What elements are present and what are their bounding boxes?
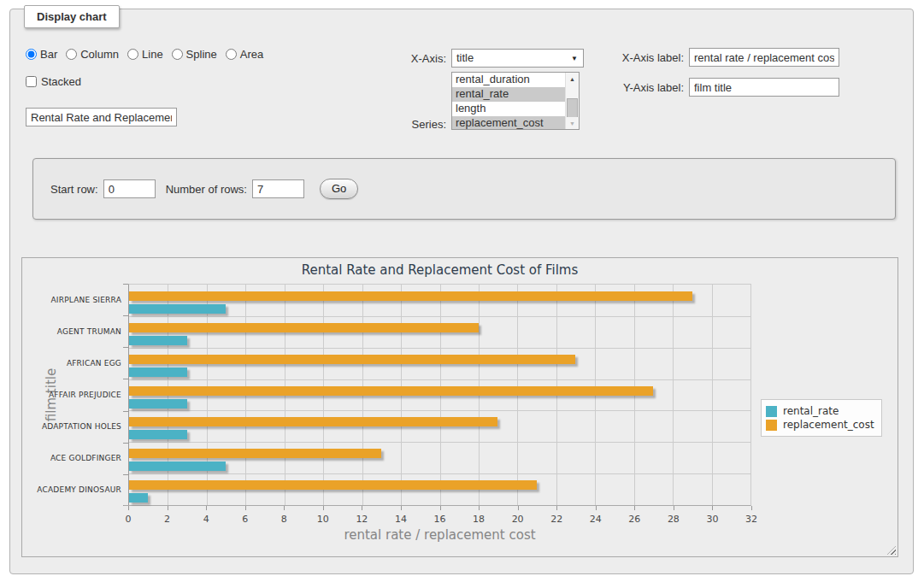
x-axis-tick-label: 6: [242, 514, 248, 525]
series-option-length[interactable]: length: [452, 102, 565, 116]
bar-rental_rate: [129, 336, 187, 345]
category-label: ACADEMY DINOSAUR: [22, 474, 121, 506]
x-axis-tick: [479, 506, 480, 510]
x-axis-tick: [674, 506, 674, 510]
category-label: AIRPLANE SIERRA: [22, 284, 121, 315]
x-axis-tick-label: 14: [395, 514, 407, 525]
category-label: AGENT TRUMAN: [22, 315, 121, 347]
page: Display chart BarColumnLineSplineArea St…: [0, 0, 924, 582]
category-band-1: [129, 285, 750, 316]
chart-type-option-line[interactable]: Line: [127, 48, 163, 61]
chart-type-radio-label: Column: [80, 48, 119, 61]
legend-swatch-icon: [766, 420, 777, 431]
series-option-replacement_cost[interactable]: replacement_cost: [452, 116, 565, 130]
chart-type-radio-label: Area: [240, 48, 263, 61]
scrollbar-thumb[interactable]: [567, 98, 578, 118]
x-axis-tick: [245, 506, 246, 510]
stacked-checkbox[interactable]: [26, 76, 37, 87]
x-axis-tick: [323, 506, 324, 510]
legend-entry-rental_rate: rental_rate: [766, 405, 874, 417]
x-axis-tick-label: 8: [281, 514, 287, 525]
x-axis-tick: [128, 506, 129, 510]
chart-type-option-area[interactable]: Area: [226, 48, 263, 61]
chart-title-input[interactable]: [26, 108, 177, 126]
legend-entry-replacement_cost: replacement_cost: [766, 419, 874, 431]
bar-replacement_cost: [129, 480, 537, 490]
x-axis-tick-label: 12: [356, 514, 368, 525]
x-axis-tick-label: 16: [434, 514, 446, 525]
category-band-3: [129, 348, 750, 379]
chart-x-axis-title: rental rate / replacement cost: [128, 527, 751, 543]
number-of-rows-label: Number of rows:: [166, 183, 247, 196]
chart-type-radio-label: Spline: [186, 48, 217, 61]
legend-label: rental_rate: [783, 405, 839, 417]
x-axis-tick-label: 18: [473, 514, 485, 525]
bar-rental_rate: [129, 304, 226, 314]
x-axis-tick: [751, 506, 752, 510]
start-row-label: Start row:: [50, 183, 98, 196]
legend-swatch-icon: [766, 406, 777, 417]
category-label: ACE GOLDFINGER: [22, 443, 121, 474]
legend-label: replacement_cost: [783, 419, 874, 431]
category-band-7: [129, 473, 750, 505]
x-axis-tick: [556, 506, 557, 510]
x-axis-tick: [401, 506, 402, 510]
chart-type-radio-spline[interactable]: [172, 49, 183, 60]
x-axis-tick: [596, 506, 597, 510]
category-band-6: [129, 442, 750, 473]
bar-replacement_cost: [129, 417, 497, 426]
x-axis-tick-label: 24: [590, 514, 602, 525]
x-axis-tick: [168, 506, 168, 510]
x-axis-tick: [712, 506, 713, 510]
series-list-label: Series:: [318, 118, 446, 131]
category-label: AFFAIR PREJUDICE: [22, 379, 121, 410]
x-axis-tick: [206, 506, 207, 510]
scroll-down-icon[interactable]: ▼: [566, 117, 579, 129]
x-axis-tick: [362, 506, 362, 510]
chart-legend: rental_ratereplacement_cost: [761, 399, 882, 437]
chart-type-option-column[interactable]: Column: [66, 48, 119, 61]
number-of-rows-input[interactable]: [252, 179, 304, 198]
category-band-2: [129, 316, 750, 348]
x-axis-tick: [634, 506, 635, 510]
bar-rental_rate: [129, 493, 148, 503]
bar-replacement_cost: [129, 355, 575, 364]
start-row-input[interactable]: [103, 179, 156, 198]
chart-widget: Rental Rate and Replacement Cost of Film…: [21, 257, 898, 557]
y-axis-label-label: Y-Axis label:: [523, 81, 684, 94]
category-band-5: [129, 410, 750, 442]
x-axis-tick-label: 10: [317, 514, 329, 525]
stacked-option[interactable]: Stacked: [26, 75, 81, 88]
x-axis-tick-label: 28: [668, 514, 680, 525]
chart-type-option-spline[interactable]: Spline: [172, 48, 217, 61]
x-axis-tick-label: 30: [706, 514, 718, 525]
bar-rental_rate: [129, 367, 187, 377]
resize-grip-icon[interactable]: [887, 546, 896, 555]
x-axis-tick: [284, 506, 285, 510]
chart-type-radio-bar[interactable]: [26, 49, 37, 60]
go-button[interactable]: Go: [320, 179, 358, 199]
x-axis-tick-label: 2: [164, 514, 170, 525]
chart-type-radio-area[interactable]: [226, 49, 237, 60]
bar-rental_rate: [129, 399, 187, 409]
x-axis-select-value: title: [456, 51, 474, 64]
x-axis-tick-label: 26: [628, 514, 640, 525]
bar-rental_rate: [129, 430, 187, 439]
fieldset-legend: Display chart: [24, 5, 120, 28]
bar-replacement_cost: [129, 386, 653, 396]
bar-rental_rate: [129, 461, 226, 471]
y-axis-label-input[interactable]: [689, 78, 839, 97]
chart-type-radio-line[interactable]: [127, 49, 138, 60]
bar-replacement_cost: [129, 291, 692, 301]
x-axis-tick: [440, 506, 441, 510]
chart-type-radio-column[interactable]: [66, 49, 77, 60]
chart-type-option-bar[interactable]: Bar: [26, 48, 57, 61]
display-chart-fieldset: Display chart BarColumnLineSplineArea St…: [9, 9, 914, 574]
x-axis-tick-label: 22: [550, 514, 562, 525]
x-axis-select-label: X-Axis:: [318, 52, 446, 65]
x-axis-tick-label: 20: [512, 514, 524, 525]
bar-replacement_cost: [129, 323, 479, 332]
chart-title: Rental Rate and Replacement Cost of Film…: [128, 262, 751, 278]
x-axis-label-input[interactable]: [689, 48, 839, 67]
chart-type-radio-group: BarColumnLineSplineArea: [26, 48, 263, 61]
